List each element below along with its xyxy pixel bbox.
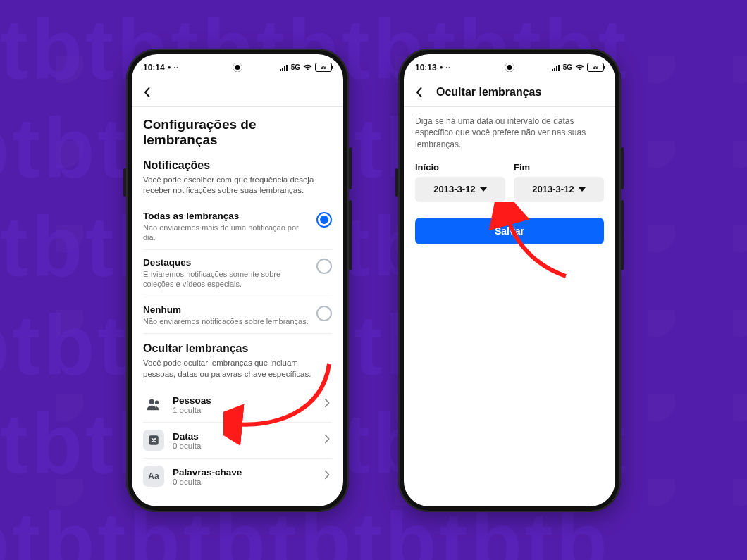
radio-title: Todas as lembranças [143, 211, 309, 221]
list-title: Datas [173, 431, 314, 442]
network-label: 5G [563, 63, 572, 71]
status-more-dots: •• [446, 64, 452, 70]
svg-rect-9 [556, 66, 557, 71]
chevron-right-icon [322, 470, 332, 483]
svg-rect-3 [286, 65, 288, 71]
svg-rect-7 [552, 69, 553, 71]
side-button-left [395, 168, 398, 197]
status-time: 10:14 [143, 63, 165, 73]
start-date-value: 2013-3-12 [433, 184, 475, 194]
signal-bars-icon [552, 64, 560, 71]
save-button-label: Salvar [495, 225, 524, 237]
radio-subtitle: Enviaremos notificações somente sobre co… [143, 269, 309, 290]
status-notif-dot: ● [440, 64, 443, 70]
caret-down-icon [480, 187, 487, 192]
svg-rect-10 [558, 65, 560, 71]
status-notif-dot: ● [168, 64, 171, 70]
svg-rect-0 [280, 69, 281, 71]
screen-left: 10:14 ● •• 5G 39 Configurações de lembra… [132, 54, 343, 506]
radio-unselected-icon[interactable] [316, 259, 332, 274]
keywords-aa-icon: Aa [143, 466, 164, 487]
page-description: Diga se há uma data ou intervalo de data… [415, 116, 604, 151]
nav-bar [132, 78, 343, 107]
radio-row-none[interactable]: Nenhum Não enviaremos notificações sobre… [143, 297, 332, 334]
front-camera [233, 63, 242, 72]
radio-row-all-memories[interactable]: Todas as lembranças Não enviaremos mais … [143, 204, 332, 251]
status-more-dots: •• [174, 64, 180, 70]
radio-title: Nenhum [143, 304, 309, 315]
svg-rect-2 [284, 66, 285, 71]
radio-title: Destaques [143, 257, 309, 268]
svg-point-5 [155, 401, 159, 405]
radio-row-highlights[interactable]: Destaques Enviaremos notificações soment… [143, 250, 332, 297]
back-button[interactable] [139, 84, 156, 101]
power-button [621, 147, 624, 189]
screen-right: 10:13 ● •• 5G 39 Ocultar lembranças [404, 54, 615, 506]
volume-buttons [349, 200, 352, 270]
section-heading-hide: Ocultar lembranças [143, 342, 332, 355]
end-date-value: 2013-3-12 [532, 184, 574, 194]
section-heading-notifications: Notificações [143, 159, 332, 172]
status-time: 10:13 [415, 63, 437, 73]
battery-icon: 39 [315, 63, 332, 72]
radio-subtitle: Não enviaremos notificações sobre lembra… [143, 316, 309, 326]
wifi-icon [303, 64, 312, 71]
nav-bar: Ocultar lembranças [404, 78, 615, 107]
end-date-picker[interactable]: 2013-3-12 [514, 177, 604, 202]
svg-rect-8 [554, 68, 555, 71]
side-button-left [123, 168, 126, 197]
save-button[interactable]: Salvar [415, 218, 604, 244]
power-button [349, 147, 352, 189]
calendar-x-icon [143, 430, 164, 451]
list-subtitle: 0 oculta [173, 442, 314, 450]
chevron-left-icon [142, 87, 153, 98]
section-sub-hide: Você pode ocultar lembranças que incluam… [143, 358, 332, 380]
chevron-right-icon [322, 398, 332, 411]
svg-point-4 [149, 399, 154, 404]
radio-unselected-icon[interactable] [316, 306, 332, 321]
phone-right: 10:13 ● •• 5G 39 Ocultar lembranças [398, 49, 621, 512]
list-row-keywords[interactable]: Aa Palavras-chave 0 oculta [143, 459, 332, 494]
wifi-icon [575, 64, 584, 71]
start-date-picker[interactable]: 2013-3-12 [415, 177, 505, 202]
start-label: Início [415, 162, 505, 173]
list-subtitle: 0 oculta [173, 478, 314, 486]
battery-icon: 39 [587, 63, 604, 72]
svg-rect-1 [282, 68, 283, 71]
nav-title: Ocultar lembranças [436, 86, 541, 99]
section-sub-notifications: Você pode escolher com que frequência de… [143, 175, 332, 197]
network-label: 5G [291, 63, 300, 71]
people-icon [143, 394, 164, 415]
list-subtitle: 1 oculta [173, 406, 314, 414]
list-row-dates[interactable]: Datas 0 oculta [143, 423, 332, 459]
radio-subtitle: Não enviaremos mais de uma notificação p… [143, 223, 309, 243]
phone-left: 10:14 ● •• 5G 39 Configurações de lembra… [126, 49, 349, 512]
radio-selected-icon[interactable] [316, 212, 332, 228]
list-title: Palavras-chave [173, 467, 314, 478]
chevron-right-icon [322, 434, 332, 447]
back-button[interactable] [411, 84, 428, 101]
front-camera [505, 63, 514, 72]
caret-down-icon [579, 187, 586, 192]
list-title: Pessoas [173, 395, 314, 406]
list-row-people[interactable]: Pessoas 1 oculta [143, 387, 332, 423]
signal-bars-icon [280, 64, 288, 71]
end-label: Fim [514, 162, 604, 173]
volume-buttons [621, 200, 624, 270]
chevron-left-icon [414, 87, 425, 98]
page-title: Configurações de lembranças [143, 117, 332, 148]
